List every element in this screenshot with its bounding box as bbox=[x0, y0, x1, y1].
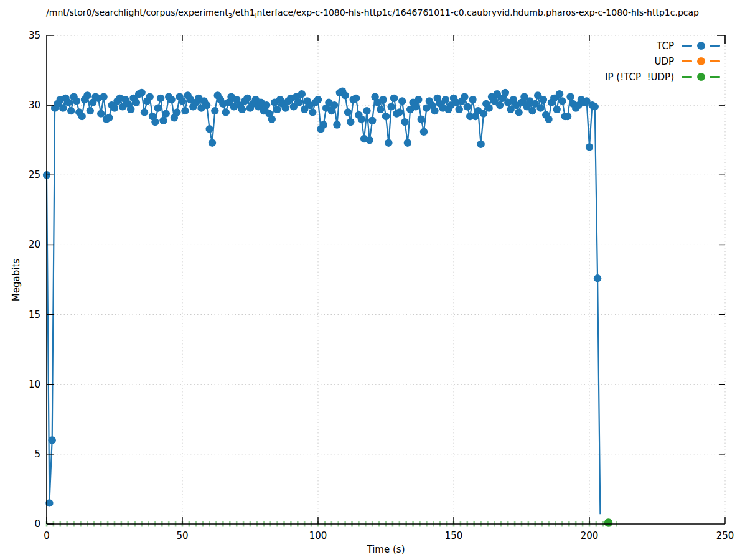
legend-dash-icon bbox=[710, 45, 720, 47]
tcp-point bbox=[496, 101, 504, 109]
x-tick-label: 200 bbox=[581, 530, 599, 541]
legend-dot-icon bbox=[697, 57, 705, 65]
legend-dash-icon bbox=[710, 60, 720, 62]
chart-canvas: 05010015020025005101520253035 /mnt/stor0… bbox=[0, 0, 745, 560]
tcp-point bbox=[477, 141, 484, 148]
legend-dash-icon bbox=[710, 76, 720, 78]
tcp-point bbox=[146, 93, 154, 101]
tcp-point bbox=[558, 97, 566, 105]
tcp-point bbox=[133, 99, 140, 106]
tcp-point bbox=[469, 96, 476, 103]
tcp-point bbox=[464, 103, 471, 110]
tcp-point bbox=[151, 118, 159, 126]
y-axis-label: Megabits bbox=[11, 249, 22, 311]
tcp-point bbox=[388, 103, 395, 110]
tcp-point bbox=[65, 99, 72, 106]
tcp-point bbox=[401, 118, 408, 126]
chart-title-part3: nterface/exp-c-1080-hls-http1c/164676101… bbox=[256, 7, 699, 17]
tcp-point bbox=[333, 121, 340, 128]
tcp-point bbox=[536, 104, 544, 111]
tcp-point bbox=[167, 96, 175, 103]
tcp-point bbox=[138, 89, 145, 96]
tcp-point bbox=[344, 108, 352, 116]
tcp-point bbox=[59, 104, 67, 111]
tcp-point bbox=[456, 106, 463, 113]
tcp-point bbox=[205, 125, 213, 133]
tcp-point bbox=[366, 136, 373, 144]
y-tick-label: 5 bbox=[34, 449, 40, 460]
tcp-point bbox=[111, 104, 118, 111]
tcp-point bbox=[173, 108, 180, 116]
legend-label-tcp: TCP bbox=[657, 40, 674, 52]
tcp-point bbox=[368, 117, 376, 124]
tcp-point bbox=[97, 110, 105, 117]
tcp-point bbox=[295, 99, 302, 106]
legend-sample-ip bbox=[682, 73, 720, 81]
tcp-point bbox=[341, 91, 349, 99]
tcp-point bbox=[67, 107, 75, 114]
tcp-point bbox=[222, 108, 230, 116]
tcp-point bbox=[87, 107, 94, 114]
tcp-point bbox=[431, 107, 438, 114]
tcp-point bbox=[502, 89, 509, 96]
tcp-point bbox=[157, 95, 164, 102]
tcp-point bbox=[363, 107, 370, 114]
tcp-point bbox=[528, 107, 536, 114]
tcp-point bbox=[515, 108, 522, 116]
tcp-point bbox=[209, 139, 216, 147]
legend-dash-icon bbox=[682, 45, 692, 47]
tcp-point bbox=[385, 139, 392, 147]
legend-dash-icon bbox=[682, 76, 692, 78]
tcp-point bbox=[420, 128, 428, 136]
tcp-point bbox=[352, 95, 360, 102]
tcp-point bbox=[83, 91, 91, 99]
tcp-point bbox=[553, 106, 561, 113]
x-tick-label: 250 bbox=[716, 530, 734, 541]
tcp-point bbox=[396, 108, 403, 116]
tcp-point bbox=[418, 115, 425, 123]
tcp-point bbox=[461, 93, 468, 101]
ip-point bbox=[604, 518, 613, 527]
tcp-point bbox=[330, 101, 338, 109]
y-tick-label: 0 bbox=[34, 518, 40, 530]
tcp-point bbox=[415, 96, 422, 103]
tcp-point bbox=[238, 106, 246, 113]
tcp-point bbox=[358, 115, 365, 123]
tcp-point bbox=[586, 143, 593, 151]
tcp-point bbox=[141, 108, 148, 116]
chart-title-part2: /eth1 bbox=[232, 7, 255, 17]
plot-area: 05010015020025005101520253035 bbox=[0, 0, 745, 560]
x-tick-label: 50 bbox=[176, 530, 188, 541]
tcp-point bbox=[390, 95, 398, 102]
legend-sample-tcp bbox=[682, 42, 720, 50]
x-axis-label: Time (s) bbox=[47, 544, 725, 555]
tcp-point bbox=[564, 113, 571, 120]
legend-label-ip: IP (!TCP !UDP) bbox=[605, 72, 674, 83]
chart-title: /mnt/stor0/searchlight/corpus/experiment… bbox=[46, 7, 699, 19]
x-tick-label: 100 bbox=[309, 530, 327, 541]
tcp-point bbox=[594, 274, 601, 282]
tcp-point bbox=[78, 113, 86, 120]
y-tick-label: 10 bbox=[29, 379, 40, 390]
x-tick-label: 150 bbox=[445, 530, 463, 541]
tcp-point bbox=[298, 90, 306, 98]
tcp-point bbox=[320, 121, 327, 128]
legend-entry-ip: IP (!TCP !UDP) bbox=[605, 70, 720, 84]
tcp-point bbox=[127, 106, 134, 113]
legend-entry-tcp: TCP bbox=[605, 39, 720, 53]
tcp-point bbox=[379, 96, 387, 103]
legend-dot-icon bbox=[697, 42, 705, 50]
tcp-point bbox=[273, 106, 281, 113]
tcp-point bbox=[105, 114, 113, 121]
y-tick-label: 20 bbox=[29, 239, 40, 250]
chart-title-part1: /mnt/stor0/searchlight/corpus/experiment bbox=[46, 7, 228, 17]
tcp-point bbox=[181, 107, 189, 114]
tcp-point bbox=[73, 97, 80, 105]
tcp-point bbox=[268, 115, 276, 123]
tcp-point bbox=[540, 96, 547, 103]
tcp-line bbox=[47, 91, 600, 515]
tcp-point bbox=[162, 110, 170, 117]
tcp-point bbox=[100, 93, 107, 101]
legend: TCP UDP IP (!TCP !UDP) bbox=[605, 39, 720, 84]
tcp-point bbox=[412, 103, 419, 110]
